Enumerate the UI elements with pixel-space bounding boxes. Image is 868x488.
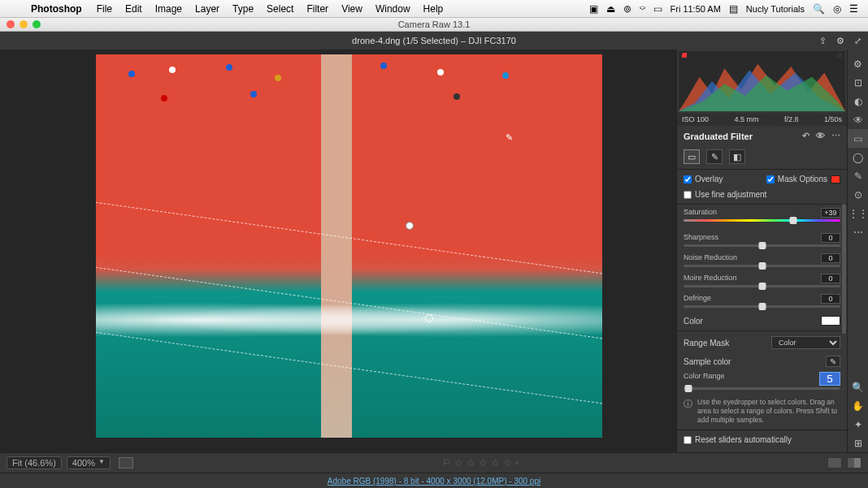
canvas-area[interactable]: ✎ bbox=[0, 50, 676, 452]
noise-slider[interactable]: Noise Reduction0 bbox=[677, 252, 847, 272]
share-icon[interactable]: ⇪ bbox=[819, 36, 827, 46]
reset-icon[interactable]: ↶ bbox=[802, 131, 809, 141]
wifi-icon[interactable]: ⌔ bbox=[640, 3, 645, 15]
cc-icon[interactable]: ⊚ bbox=[623, 3, 631, 15]
sharpness-slider[interactable]: Sharpness0 bbox=[677, 231, 847, 252]
visibility-icon[interactable]: 👁 bbox=[816, 131, 825, 141]
fit-zoom-select[interactable]: Fit (46.6%) bbox=[7, 456, 62, 469]
saturation-thumb[interactable] bbox=[790, 217, 797, 224]
close-window-button[interactable] bbox=[7, 20, 15, 28]
defringe-value[interactable]: 0 bbox=[821, 294, 840, 304]
heal-tool-icon[interactable]: ◐ bbox=[848, 92, 869, 110]
image-preview[interactable]: ✎ bbox=[96, 54, 602, 438]
menu-edit[interactable]: Edit bbox=[119, 3, 149, 15]
color-swatch[interactable] bbox=[821, 316, 840, 326]
highlight-clip-warning[interactable] bbox=[837, 53, 842, 58]
menu-image[interactable]: Image bbox=[149, 3, 189, 15]
moire-value[interactable]: 0 bbox=[821, 274, 840, 283]
mask-options-input[interactable] bbox=[766, 175, 775, 184]
eyedropper-button[interactable]: ✎ bbox=[826, 356, 840, 367]
redeye-tool-icon[interactable]: ⊙ bbox=[848, 185, 869, 204]
fine-adjust-checkbox[interactable] bbox=[684, 191, 692, 199]
exposure-info: ISO 100 4.5 mm f/2.8 1/50s bbox=[677, 113, 847, 126]
more-tools-icon[interactable]: ⋯ bbox=[848, 222, 869, 241]
eraser-tool-button[interactable]: ◧ bbox=[729, 149, 745, 164]
search-icon[interactable]: 🔍 bbox=[813, 3, 825, 15]
filmstrip-toggle-icon[interactable] bbox=[119, 457, 133, 469]
star-icon[interactable]: ☆ bbox=[454, 457, 463, 469]
minimize-window-button[interactable] bbox=[20, 20, 28, 28]
star-icon[interactable]: ☆ bbox=[479, 457, 488, 469]
menu-help[interactable]: Help bbox=[417, 3, 450, 15]
gradient-pin-bottom[interactable] bbox=[425, 314, 433, 322]
maximize-window-button[interactable] bbox=[33, 20, 41, 28]
defringe-thumb[interactable] bbox=[758, 303, 766, 310]
zoom-tool-icon[interactable]: 🔍 bbox=[848, 378, 869, 396]
tv-icon[interactable]: ⏏ bbox=[606, 3, 615, 15]
noise-thumb[interactable] bbox=[758, 262, 766, 270]
mask-color-swatch[interactable] bbox=[831, 175, 840, 184]
compare-view-button[interactable] bbox=[847, 457, 861, 469]
mask-options-checkbox[interactable]: Mask Options bbox=[766, 175, 840, 184]
username[interactable]: Nucly Tutorials bbox=[746, 4, 805, 14]
graduated-tool-button[interactable]: ▭ bbox=[684, 149, 700, 164]
graduated-filter-icon[interactable]: ▭ bbox=[848, 129, 869, 148]
rating-stars[interactable]: ⚐ ☆☆☆☆☆ ▫ bbox=[442, 457, 519, 469]
overlay-checkbox[interactable]: Overlay bbox=[684, 175, 723, 184]
saturation-slider[interactable]: Saturation+39 bbox=[677, 206, 847, 227]
image-info-text: Adobe RGB (1998) - 8 bit - 4000 x 3000 (… bbox=[328, 477, 540, 486]
panel-scrollbar[interactable] bbox=[842, 204, 846, 334]
histogram[interactable] bbox=[679, 51, 845, 111]
menu-select[interactable]: Select bbox=[260, 3, 300, 15]
sharpness-thumb[interactable] bbox=[758, 242, 766, 249]
menu-window[interactable]: Window bbox=[369, 3, 417, 15]
notifications-icon[interactable]: ☰ bbox=[849, 3, 858, 15]
radial-filter-icon[interactable]: ◯ bbox=[848, 148, 869, 166]
label-icon[interactable]: ▫ bbox=[515, 457, 519, 469]
more-icon[interactable]: ⋯ bbox=[831, 131, 840, 141]
menu-filter[interactable]: Filter bbox=[300, 3, 335, 15]
color-range-slider[interactable]: Color Range bbox=[677, 370, 847, 395]
clock[interactable]: Fri 11:50 AM bbox=[671, 4, 721, 14]
star-icon[interactable]: ☆ bbox=[491, 457, 500, 469]
crop-tool-icon[interactable]: ⊡ bbox=[848, 73, 869, 92]
brush-tool-button[interactable]: ✎ bbox=[706, 149, 723, 164]
menu-type[interactable]: Type bbox=[226, 3, 260, 15]
moire-slider[interactable]: Moire Reduction0 bbox=[677, 272, 847, 292]
image-info-link[interactable]: Adobe RGB (1998) - 8 bit - 4000 x 3000 (… bbox=[0, 473, 868, 488]
menu-layer[interactable]: Layer bbox=[189, 3, 226, 15]
moire-thumb[interactable] bbox=[758, 283, 766, 290]
single-view-button[interactable] bbox=[827, 457, 842, 469]
color-range-thumb[interactable] bbox=[684, 385, 692, 392]
camera-icon[interactable]: ▣ bbox=[589, 3, 598, 15]
app-name[interactable]: Photoshop bbox=[23, 3, 90, 15]
siri-icon[interactable]: ◎ bbox=[833, 3, 841, 15]
presets-icon[interactable]: ⋮⋮ bbox=[848, 204, 869, 222]
edit-tool-icon[interactable]: ⚙ bbox=[848, 54, 869, 73]
overlay-checkbox-input[interactable] bbox=[684, 175, 692, 184]
star-icon[interactable]: ☆ bbox=[467, 457, 475, 469]
defringe-slider[interactable]: Defringe0 bbox=[677, 292, 847, 313]
sampler-tool-icon[interactable]: ✦ bbox=[848, 415, 869, 434]
saturation-value[interactable]: +39 bbox=[821, 208, 840, 218]
flag-reject-icon[interactable]: ⚐ bbox=[442, 457, 451, 469]
range-mask-select[interactable]: Color bbox=[771, 336, 840, 349]
star-icon[interactable]: ☆ bbox=[503, 457, 512, 469]
menu-file[interactable]: File bbox=[90, 3, 119, 15]
fullscreen-icon[interactable]: ⤢ bbox=[854, 36, 861, 46]
flag-icon[interactable]: ▤ bbox=[729, 3, 738, 15]
noise-value[interactable]: 0 bbox=[821, 253, 840, 263]
brush-filter-icon[interactable]: ✎ bbox=[848, 166, 869, 185]
shadow-clip-warning[interactable] bbox=[682, 53, 687, 58]
grid-tool-icon[interactable]: ⊞ bbox=[848, 434, 869, 452]
settings-icon[interactable]: ⚙ bbox=[836, 36, 844, 46]
zoom-percent-select[interactable]: 400%▼ bbox=[67, 456, 111, 469]
eye-tool-icon[interactable]: 👁 bbox=[848, 110, 869, 129]
reset-sliders-checkbox[interactable] bbox=[684, 436, 692, 444]
hand-tool-icon[interactable]: ✋ bbox=[848, 396, 869, 415]
color-range-value[interactable] bbox=[819, 372, 840, 386]
menu-view[interactable]: View bbox=[335, 3, 369, 15]
battery-icon[interactable]: ▭ bbox=[653, 3, 662, 15]
gradient-pin-top[interactable] bbox=[406, 222, 414, 230]
sharpness-value[interactable]: 0 bbox=[821, 233, 840, 243]
